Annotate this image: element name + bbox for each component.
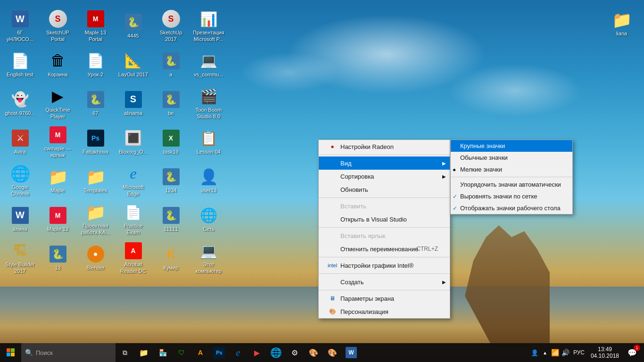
taskbar-settings[interactable]: ⚙ xyxy=(285,343,304,362)
icon-67[interactable]: 🐍 67 xyxy=(78,84,113,122)
icon-column-6: 📊 Презентация Microsoft P... 💻 vs_commu.… xyxy=(191,7,226,278)
paste-icon xyxy=(328,202,337,210)
icon-quicktime[interactable]: ▶ QuickTime Player xyxy=(40,84,75,122)
icon-sketchup-portal[interactable]: S SketchUP Portal xyxy=(40,7,75,45)
taskbar-explorer[interactable]: 📁 xyxy=(134,343,153,362)
icon-presentation[interactable]: 📊 Презентация Microsoft P... xyxy=(191,7,226,45)
taskbar-paint[interactable]: 🎨 xyxy=(304,343,323,362)
icon-maple13[interactable]: M Maple 13 xyxy=(40,200,75,238)
ctx-screen-params[interactable]: 🖥 Параметры экрана xyxy=(319,292,450,305)
icon-practice-exam[interactable]: 📄 Practice Exam xyxy=(116,200,151,238)
icon-a-doc[interactable]: 🐍 a xyxy=(153,46,189,83)
svg-rect-2 xyxy=(7,353,10,356)
icon-alinama[interactable]: S alinama xyxy=(116,84,151,122)
icon-4445[interactable]: 🐍 4445 xyxy=(116,7,151,45)
tray-expand[interactable]: ▲ xyxy=(540,343,550,362)
icon-be[interactable]: 🐍 be xyxy=(153,84,189,122)
language-indicator[interactable]: РУС xyxy=(571,349,587,356)
icon-kumir[interactable]: К Кумир xyxy=(153,239,189,277)
icon-liana[interactable]: 📁 liana xyxy=(604,5,639,42)
desktop-icons-area: W 6ГуНЛЮСО... 📄 English test 👻 ghost-976… xyxy=(0,5,231,280)
icon-vs-community[interactable]: 💻 vs_commu... xyxy=(191,46,226,83)
intel-icon: intel xyxy=(328,261,337,270)
vid-icon xyxy=(328,159,337,167)
icon-ms-edge[interactable]: e Microsoft Edge xyxy=(116,162,151,199)
create-icon xyxy=(328,278,337,286)
taskbar-edge[interactable]: e xyxy=(229,343,248,362)
media-icon: ▶ xyxy=(254,348,260,357)
ctx-open-vs[interactable]: Открыть в Visual Studio xyxy=(319,213,450,226)
task-view-button[interactable]: ⧉ xyxy=(116,343,134,362)
icon-13[interactable]: 🐍 13 xyxy=(40,239,75,277)
ctx-radeon-settings[interactable]: ● Настройки Radeon xyxy=(319,140,450,153)
undo-shortcut: CTRL+Z xyxy=(416,246,438,252)
taskbar-defender[interactable]: 🛡 xyxy=(172,343,191,362)
tray-volume[interactable]: 🔊 xyxy=(561,343,571,362)
user-tray-icon: 👤 xyxy=(531,349,538,356)
undo-icon xyxy=(328,245,337,253)
taskbar-color[interactable]: 🎨 xyxy=(323,343,342,362)
icon-task19[interactable]: X task19 xyxy=(153,123,189,161)
icon-style-builder[interactable]: 🏗 Style Builder 2017 xyxy=(2,239,38,277)
submenu-auto-arrange[interactable]: Упорядочить значки автоматически xyxy=(451,179,572,190)
align-grid-check: ✓ xyxy=(453,193,457,200)
ctx-create[interactable]: Создать ▶ xyxy=(319,275,450,288)
ctx-vid[interactable]: Вид ▶ xyxy=(319,156,450,170)
search-button[interactable]: 🔍 Поиск xyxy=(21,343,116,362)
icon-maple13-portal[interactable]: M Maple 13 Portal xyxy=(78,7,113,45)
start-button[interactable] xyxy=(0,343,21,362)
submenu-normal-icons[interactable]: Обычные значки xyxy=(451,152,572,164)
tray-user-icon[interactable]: 👤 xyxy=(529,343,540,362)
icon-this-computer[interactable]: 💻 Этот компьютер xyxy=(191,239,226,277)
tray-network[interactable]: 📶 xyxy=(550,343,561,362)
icon-acrobat[interactable]: A Acrobat Reader DC xyxy=(116,239,151,277)
icon-templates[interactable]: 📁 Templates xyxy=(78,162,113,199)
taskbar-amazon[interactable]: A xyxy=(191,343,210,362)
icon-toon-boom[interactable]: 🎬 Toon Boom Studio 8.0 xyxy=(191,84,226,122)
icon-blender[interactable]: ● Blender xyxy=(78,239,113,277)
icon-maple-folder[interactable]: 📁 Maple xyxy=(40,162,75,199)
icon-lesson04[interactable]: 📋 Lesson 04 xyxy=(191,123,226,161)
search-icon: 🔍 xyxy=(25,349,33,356)
svg-rect-0 xyxy=(7,348,10,352)
icon-cwmaple[interactable]: M cwmaple — ярлык xyxy=(40,123,75,161)
icon-sketchup2017[interactable]: S SketchUp 2017 xyxy=(153,7,189,45)
explorer-icon: 📁 xyxy=(139,348,149,357)
icon-1234[interactable]: 🐍 1234 xyxy=(153,162,189,199)
icon-user13[interactable]: 👤 user13 xyxy=(191,162,226,199)
submenu-small-icons[interactable]: ● Мелкие значки xyxy=(451,164,572,175)
ctx-refresh[interactable]: Обновить xyxy=(319,183,450,196)
icon-english-test[interactable]: 📄 English test xyxy=(2,46,38,83)
task-view-icon: ⧉ xyxy=(123,349,127,357)
icon-word-6g[interactable]: W 6ГуНЛЮСО... xyxy=(2,7,38,45)
icon-11111[interactable]: 🐍 11111 xyxy=(153,200,189,238)
icon-layout2017[interactable]: 📐 LayOut 2017 xyxy=(116,46,151,83)
taskbar-word[interactable]: W xyxy=(342,343,361,362)
ctx-sort[interactable]: Сортировка ▶ xyxy=(319,170,450,183)
icon-bloxorg[interactable]: 🔳 Bloxorg_O... xyxy=(116,123,151,161)
taskbar-photoshop[interactable]: Ps xyxy=(210,343,229,362)
submenu-large-icons[interactable]: Крупные значки xyxy=(451,140,572,152)
icon-fattakhova[interactable]: Ps Fattakhova xyxy=(78,123,113,161)
icon-network[interactable]: 🌐 Сеть xyxy=(191,200,226,238)
icon-alina[interactable]: W алина xyxy=(2,200,38,238)
icon-ghost[interactable]: 👻 ghost-9760... xyxy=(2,84,38,122)
notification-center[interactable]: 💬 1 xyxy=(623,343,642,362)
submenu-align-grid[interactable]: ✓ Выровнять значки по сетке xyxy=(451,190,572,202)
icon-column-2: S SketchUP Portal 🗑 Корзина ▶ QuickTime … xyxy=(40,7,75,278)
ctx-personalize[interactable]: 🎨 Персонализация xyxy=(319,305,450,318)
icon-recycle-bin[interactable]: 🗑 Корзина xyxy=(40,46,75,83)
icon-google-chrome[interactable]: 🌐 GoogleChrome xyxy=(2,162,38,199)
icon-avira[interactable]: ⚔ Avira xyxy=(2,123,38,161)
taskbar-media[interactable]: ▶ xyxy=(248,343,266,362)
taskbar-chrome[interactable]: 🌐 xyxy=(266,343,285,362)
icon-proekt[interactable]: 📁 Проектная работа КА... xyxy=(78,200,113,238)
store-icon: 🏪 xyxy=(159,349,167,356)
svg-rect-1 xyxy=(11,348,15,352)
submenu-show-icons[interactable]: ✓ Отображать значки рабочего стола xyxy=(451,202,572,214)
icon-urok2[interactable]: 📄 Урок-2 xyxy=(78,46,113,83)
taskbar-store[interactable]: 🏪 xyxy=(153,343,172,362)
ctx-intel-graphics[interactable]: intel Настройки графики Intel® xyxy=(319,259,450,272)
ctx-undo-rename[interactable]: Отменить переименование CTRL+Z xyxy=(319,242,450,255)
clock-display[interactable]: 13:49 04.10.2018 xyxy=(587,343,623,362)
